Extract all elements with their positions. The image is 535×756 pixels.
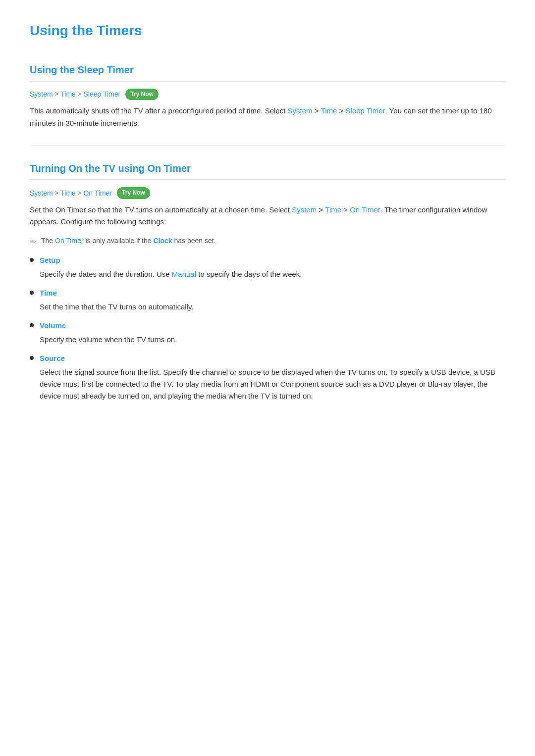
note-on-timer-link: On Timer [55,237,84,245]
section-divider-1 [30,145,505,146]
sleep-timer-body: This automatically shuts off the TV afte… [30,105,505,130]
page-title: Using the Timers [30,20,505,46]
bullet-label-source: Source [40,353,505,364]
on-body-link-on-timer: On Timer [350,205,380,214]
sleep-breadcrumb-time[interactable]: Time [60,89,76,100]
bullet-desc-volume: Specify the volume when the TV turns on. [40,334,505,346]
sleep-timer-try-now-badge[interactable]: Try Now [125,89,159,100]
list-item-source: Source Select the signal source from the… [30,353,505,402]
sleep-body-link-system: System [288,106,313,115]
on-breadcrumb-sep2: > [78,188,82,199]
sleep-breadcrumb-sep2: > [78,89,82,100]
on-timer-note-text: The On Timer is only available if the Cl… [41,235,216,246]
on-timer-bullet-list: Setup Specify the dates and the duration… [30,254,505,402]
on-timer-section: Turning On the TV using On Timer System … [30,160,505,402]
sleep-breadcrumb-sep1: > [55,89,59,100]
on-breadcrumb-time[interactable]: Time [60,188,76,199]
sleep-timer-breadcrumb: System > Time > Sleep Timer Try Now [30,89,505,100]
sleep-body-link-sleep-timer: Sleep Timer [346,106,385,115]
on-timer-try-now-badge[interactable]: Try Now [117,187,150,199]
bullet-dot-source [30,356,34,360]
bullet-desc-setup: Specify the dates and the duration. Use … [40,268,505,280]
on-breadcrumb-system[interactable]: System [30,188,53,199]
on-timer-heading: Turning On the TV using On Timer [30,160,505,180]
on-timer-note: ✏ The On Timer is only available if the … [30,235,505,249]
on-body-link-system: System [292,205,317,214]
sleep-breadcrumb-system[interactable]: System [30,89,53,100]
on-timer-body: Set the On Timer so that the TV turns on… [30,204,505,229]
bullet-dot-setup [30,258,34,262]
bullet-label-volume: Volume [40,320,505,332]
list-item-setup: Setup Specify the dates and the duration… [30,254,505,280]
sleep-breadcrumb-sleep-timer[interactable]: Sleep Timer [83,89,120,100]
bullet-content-setup: Setup Specify the dates and the duration… [40,254,505,280]
bullet-dot-volume [30,323,34,327]
setup-manual-link: Manual [172,270,196,278]
bullet-content-source: Source Select the signal source from the… [40,353,505,402]
list-item-time: Time Set the time that the TV turns on a… [30,287,505,313]
sleep-body-link-time: Time [321,106,337,115]
pencil-icon: ✏ [30,236,36,249]
on-breadcrumb-sep1: > [55,188,59,199]
on-breadcrumb-on-timer[interactable]: On Timer [83,188,112,199]
bullet-content-volume: Volume Specify the volume when the TV tu… [40,320,505,346]
note-clock-link: Clock [153,237,172,245]
bullet-desc-source: Select the signal source from the list. … [40,366,505,402]
list-item-volume: Volume Specify the volume when the TV tu… [30,320,505,346]
bullet-dot-time [30,291,34,295]
bullet-label-time: Time [40,287,505,299]
on-timer-breadcrumb: System > Time > On Timer Try Now [30,187,505,199]
bullet-desc-time: Set the time that the TV turns on automa… [40,301,505,313]
sleep-timer-section: Using the Sleep Timer System > Time > Sl… [30,62,505,130]
on-body-link-time: Time [325,205,341,214]
sleep-timer-heading: Using the Sleep Timer [30,62,505,82]
bullet-label-setup: Setup [40,254,505,266]
bullet-content-time: Time Set the time that the TV turns on a… [40,287,505,313]
